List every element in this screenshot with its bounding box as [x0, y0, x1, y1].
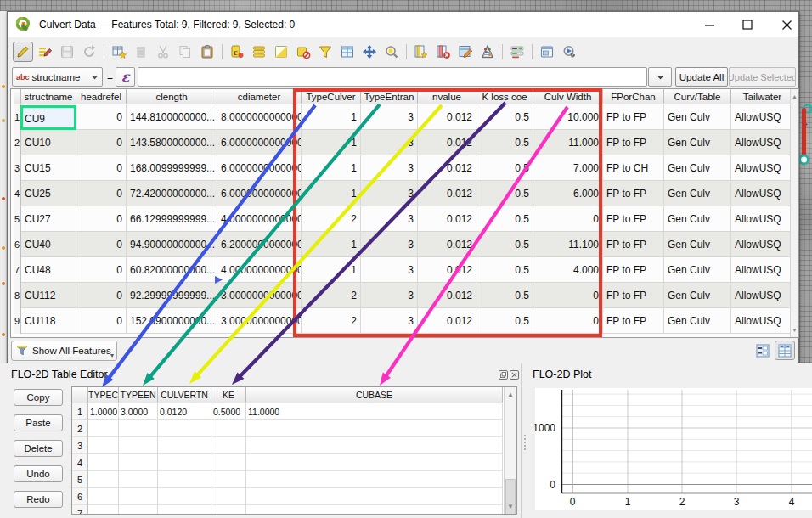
table-cell[interactable]: 0.012: [418, 232, 476, 257]
table-cell[interactable]: 3.0000000000000...: [217, 283, 302, 308]
editor-cell[interactable]: [158, 437, 211, 454]
table-cell[interactable]: 11.100: [533, 232, 603, 257]
table-cell[interactable]: 0.012: [418, 308, 476, 334]
table-cell[interactable]: 2: [302, 283, 361, 308]
table-cell[interactable]: 3: [361, 308, 418, 334]
table-cell[interactable]: 3: [361, 181, 418, 206]
invert-selection-button[interactable]: [271, 42, 291, 62]
table-cell[interactable]: FP to CH: [603, 155, 664, 181]
table-cell[interactable]: 1: [302, 181, 361, 206]
table-cell[interactable]: 6.0000000000000...: [217, 155, 302, 181]
table-cell[interactable]: 7.000: [533, 155, 603, 181]
table-cell[interactable]: CU25: [21, 181, 76, 206]
table-cell[interactable]: 0.012: [418, 155, 476, 181]
table-cell[interactable]: 0.5: [476, 181, 533, 206]
table-view-toggle-button[interactable]: [775, 341, 795, 360]
table-cell[interactable]: Gen Culv: [664, 257, 731, 283]
table-cell[interactable]: FP to FP: [603, 206, 664, 232]
table-cell[interactable]: FP to FP: [603, 104, 664, 130]
column-header-tailwater[interactable]: Tailwater: [731, 89, 794, 104]
table-cell[interactable]: AllowUSQ: [731, 104, 794, 130]
table-cell[interactable]: 0.012: [418, 104, 476, 130]
table-cell[interactable]: 152.0900000000...: [127, 308, 217, 334]
table-cell[interactable]: FP to FP: [603, 232, 664, 257]
editor-row-number[interactable]: 6: [72, 488, 88, 505]
dock-table-button[interactable]: [537, 42, 557, 62]
table-cell[interactable]: CU15: [21, 155, 76, 181]
table-cell[interactable]: Gen Culv: [664, 308, 731, 334]
undo-button[interactable]: Undo: [14, 465, 63, 482]
editor-cell[interactable]: [88, 454, 119, 471]
select-by-expression-button[interactable]: ε: [227, 42, 247, 62]
row-number[interactable]: 3: [14, 155, 21, 181]
editor-column-header-typec[interactable]: TYPEC: [88, 387, 119, 403]
expression-builder-button[interactable]: ε: [116, 67, 135, 87]
table-cell[interactable]: CU112: [21, 283, 76, 308]
table-cell[interactable]: 3.0000000000000...: [217, 308, 302, 334]
table-cell[interactable]: FP to FP: [603, 257, 664, 283]
panel-float-button[interactable]: [499, 370, 508, 380]
table-cell[interactable]: 3: [361, 130, 418, 155]
editor-cell[interactable]: [211, 505, 246, 515]
table-cell[interactable]: 0.5: [476, 104, 533, 130]
editor-cell[interactable]: [88, 488, 119, 505]
maximize-button[interactable]: [735, 14, 760, 35]
row-number[interactable]: 2: [14, 130, 21, 155]
table-cell[interactable]: 0: [76, 206, 127, 232]
table-cell[interactable]: 0.5: [476, 232, 533, 257]
table-cell[interactable]: 6.0000000000000...: [217, 130, 302, 155]
table-cell[interactable]: 3: [361, 155, 418, 181]
zoom-to-selection-button[interactable]: [381, 42, 402, 62]
table-cell[interactable]: 3: [361, 206, 418, 232]
editor-cell[interactable]: [246, 505, 503, 515]
table-cell[interactable]: 0.012: [418, 283, 476, 308]
editor-cell[interactable]: [211, 420, 246, 437]
table-cell[interactable]: 0: [76, 308, 127, 334]
show-all-features-button[interactable]: Show All Features ▾: [11, 341, 117, 361]
table-cell[interactable]: AllowUSQ: [731, 206, 794, 232]
filter-value-input[interactable]: [138, 67, 647, 87]
editor-column-header-typeen[interactable]: TYPEEN: [119, 387, 158, 403]
editor-row-number[interactable]: 5: [72, 471, 88, 488]
editor-cell[interactable]: 11.0000: [246, 403, 503, 420]
editor-row-number[interactable]: 3: [72, 437, 88, 454]
table-cell[interactable]: 6.2000000000000...: [217, 232, 302, 257]
table-cell[interactable]: Gen Culv: [664, 155, 731, 181]
editor-column-header-ke[interactable]: KE: [211, 387, 246, 403]
table-cell[interactable]: 1: [302, 155, 361, 181]
field-calculator-button[interactable]: [477, 42, 498, 62]
column-header-fporchan[interactable]: FPorChan: [603, 89, 664, 104]
editor-cell[interactable]: [246, 454, 503, 471]
column-header-typeculver[interactable]: TypeCulver: [302, 89, 361, 104]
table-cell[interactable]: 4.0000000000000...: [217, 206, 302, 232]
table-cell[interactable]: 1: [302, 130, 361, 155]
editor-cell[interactable]: [246, 488, 503, 505]
row-number[interactable]: 9: [14, 308, 21, 334]
new-field-button[interactable]: [411, 42, 431, 62]
table-cell[interactable]: 0: [76, 104, 127, 130]
table-cell[interactable]: 8.0000000000000...: [217, 104, 302, 130]
table-cell[interactable]: Gen Culv: [664, 181, 731, 206]
table-cell[interactable]: 94.90000000000...: [127, 232, 217, 257]
editor-cell[interactable]: [119, 454, 158, 471]
close-button[interactable]: [774, 14, 799, 35]
column-header-headrefel[interactable]: headrefel: [76, 89, 127, 104]
row-number[interactable]: 8: [14, 283, 21, 308]
editor-cell[interactable]: [158, 488, 211, 505]
editor-cell[interactable]: [246, 471, 503, 488]
table-cell[interactable]: Gen Culv: [664, 104, 731, 130]
filter-button[interactable]: [315, 42, 336, 62]
table-cell[interactable]: 0: [76, 257, 127, 283]
plot-canvas[interactable]: 1000001234: [535, 388, 812, 510]
editor-cell[interactable]: 3.0000: [119, 403, 158, 420]
editor-cell[interactable]: [158, 505, 211, 515]
editor-cell[interactable]: [158, 420, 211, 437]
table-cell[interactable]: 0.012: [418, 130, 476, 155]
table-cell[interactable]: 0.5: [476, 130, 533, 155]
editor-cell[interactable]: [246, 420, 503, 437]
table-cell[interactable]: 10.000: [533, 104, 603, 130]
table-cell[interactable]: AllowUSQ: [731, 308, 794, 334]
editor-cell[interactable]: [158, 471, 211, 488]
multiedit-button[interactable]: [35, 42, 55, 62]
table-cell[interactable]: 0: [533, 283, 603, 308]
